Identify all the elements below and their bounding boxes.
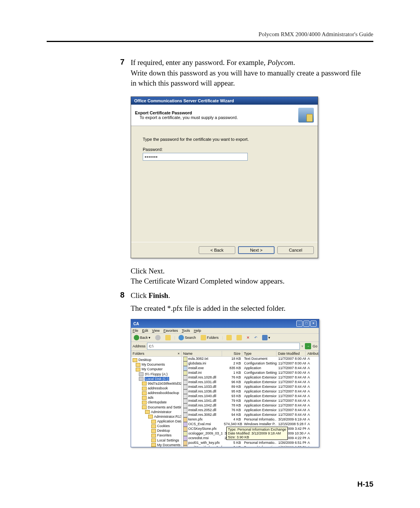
- views-icon[interactable]: ▾: [261, 335, 271, 341]
- page-number: H-15: [357, 480, 373, 489]
- menu-file[interactable]: File: [133, 329, 138, 333]
- tree-item[interactable]: My Computer: [132, 367, 180, 371]
- forward-toolbar-button[interactable]: [154, 335, 162, 341]
- file-row[interactable]: pool01_with_key.pfx5 KBPersonal Informat…: [182, 441, 319, 445]
- tree-item[interactable]: Desktop: [132, 428, 180, 433]
- certificate-wizard-dialog: Office Communications Server Certificate…: [131, 96, 318, 258]
- close-button[interactable]: ×: [310, 321, 317, 327]
- folder-icon: [136, 368, 140, 371]
- file-row[interactable]: install.res.1031.dll96 KBApplication Ext…: [182, 380, 319, 385]
- folder-icon: [142, 401, 147, 405]
- tree-item[interactable]: 99d7a1b038fee90d32a227: [132, 381, 180, 386]
- file-row[interactable]: install.res.3082.dll94 KBApplication Ext…: [182, 413, 319, 417]
- tree-item[interactable]: My Documents: [132, 362, 180, 367]
- tree-item[interactable]: addressbookbackup: [132, 391, 180, 395]
- file-row[interactable]: install.res.1033.dll89 KBApplication Ext…: [182, 385, 319, 389]
- file-row[interactable]: install.ini1 KBConfiguration Settings11/…: [182, 371, 319, 375]
- tree-item[interactable]: Cookies: [132, 424, 180, 428]
- maximize-button[interactable]: □: [303, 321, 310, 327]
- tree-item[interactable]: My Documents: [132, 443, 180, 447]
- tree-item[interactable]: Desktop: [132, 357, 180, 362]
- file-icon: [183, 361, 187, 366]
- go-label: Go: [313, 344, 317, 348]
- tree-item[interactable]: Administrator.R13: [132, 414, 180, 419]
- next-button[interactable]: Next >: [238, 246, 275, 254]
- tree-item[interactable]: addressbook: [132, 386, 180, 391]
- wizard-instruction: Type the password for the certificate yo…: [143, 137, 306, 142]
- file-icon: [183, 431, 187, 436]
- file-row[interactable]: eula.3082.txt18 KBText Document11/7/2007…: [182, 357, 319, 361]
- file-row[interactable]: install.res.1036.dll95 KBApplication Ext…: [182, 389, 319, 394]
- address-input[interactable]: [147, 343, 300, 350]
- minimize-button[interactable]: _: [296, 321, 303, 327]
- file-row[interactable]: install.res.1040.dll93 KBApplication Ext…: [182, 394, 319, 399]
- folders-toolbar-button[interactable]: Folders: [200, 335, 220, 341]
- cancel-button[interactable]: Cancel: [277, 246, 314, 254]
- file-icon: [183, 436, 187, 441]
- file-icon: [183, 389, 187, 394]
- step7-followup-1: Click Next.: [131, 266, 366, 277]
- menu-view[interactable]: View: [152, 329, 159, 333]
- tree-item[interactable]: clientupdate: [132, 400, 180, 405]
- file-row[interactable]: install.exe835 KBApplication11/7/2007 8:…: [182, 366, 319, 371]
- file-icon: [183, 408, 187, 413]
- password-input[interactable]: [143, 153, 248, 161]
- folder-tree-close-icon[interactable]: ×: [178, 352, 180, 356]
- tree-item[interactable]: 3½ Floppy (A:): [132, 372, 180, 377]
- back-button[interactable]: < Back: [199, 246, 235, 254]
- tree-item[interactable]: Documents and Settings: [132, 405, 180, 410]
- folder-icon: [151, 438, 156, 442]
- file-row[interactable]: globdata.ini2 KBConfiguration Settings11…: [182, 361, 319, 366]
- folder-icon: [151, 429, 156, 433]
- menu-help[interactable]: Help: [194, 329, 201, 333]
- file-row[interactable]: OCS_Eval.msi574,340 KBWindows Installer …: [182, 422, 319, 427]
- file-row[interactable]: install.res.1041.dll79 KBApplication Ext…: [182, 399, 319, 403]
- move-icon[interactable]: [225, 335, 233, 341]
- file-row[interactable]: keren.pfx4 KBPersonal Informatio...3/18/…: [182, 417, 319, 422]
- explorer-window: CA _ □ × FileEditViewFavoritesToolsHelp …: [131, 319, 319, 447]
- menu-tools[interactable]: Tools: [182, 329, 190, 333]
- delete-icon[interactable]: ✕: [245, 335, 251, 340]
- undo-icon[interactable]: ↶: [253, 335, 259, 340]
- wizard-heading: Export Certificate Password: [135, 110, 238, 115]
- page-header: Polycom RMX 2000/4000 Administrator's Gu…: [47, 31, 373, 41]
- file-icon: [183, 441, 187, 445]
- up-toolbar-button[interactable]: [164, 335, 172, 341]
- copy-icon[interactable]: [235, 335, 243, 341]
- go-button[interactable]: →: [305, 343, 311, 349]
- file-row[interactable]: install.res.1028.dll76 KBApplication Ext…: [182, 375, 319, 380]
- drive-icon: [139, 377, 144, 381]
- step7-number: 7: [113, 58, 124, 89]
- file-icon: [183, 403, 187, 408]
- file-icon: [183, 371, 187, 375]
- tree-item[interactable]: Application Data: [132, 419, 180, 424]
- tree-item[interactable]: Local Settings: [132, 438, 180, 443]
- tree-item[interactable]: Favorites: [132, 433, 180, 438]
- wizard-subheading: To export a certificate, you must supply…: [140, 115, 238, 120]
- tree-item[interactable]: Local Disk (C:): [132, 377, 180, 381]
- folder-icon: [151, 434, 156, 438]
- explorer-titlebar: CA _ □ ×: [131, 319, 319, 328]
- back-toolbar-button[interactable]: Back ▾: [133, 335, 152, 341]
- step7-text: If required, enter any password. For exa…: [131, 58, 366, 89]
- explorer-menubar: FileEditViewFavoritesToolsHelp: [131, 328, 319, 334]
- explorer-toolbar: Back ▾ | Search Folders | ✕ ↶ ▾: [131, 334, 319, 342]
- search-toolbar-button[interactable]: Search: [177, 335, 197, 341]
- file-icon: [183, 385, 187, 389]
- tree-item[interactable]: ads: [132, 395, 180, 400]
- file-icon: [183, 357, 187, 361]
- address-bar: Address ▾ → Go: [131, 342, 319, 351]
- file-icon: [183, 394, 187, 399]
- file-list-header[interactable]: Name Size Type Date Modified Attributes: [182, 351, 319, 357]
- address-label: Address: [133, 344, 145, 348]
- folder-icon: [142, 405, 147, 409]
- tree-item[interactable]: Administrator: [132, 410, 180, 414]
- password-label: Password:: [143, 147, 306, 152]
- wizard-header: Export Certificate Password To export a …: [131, 105, 318, 126]
- menu-edit[interactable]: Edit: [142, 329, 149, 333]
- wizard-footer: < Back Next > Cancel: [131, 242, 318, 258]
- file-row[interactable]: install.res.1042.dll78 KBApplication Ext…: [182, 403, 319, 408]
- file-row[interactable]: pool01_with_key_2.pfx3 KBPersonal Inform…: [182, 445, 319, 447]
- file-row[interactable]: install.res.2052.dll76 KBApplication Ext…: [182, 408, 319, 413]
- menu-favorites[interactable]: Favorites: [163, 329, 178, 333]
